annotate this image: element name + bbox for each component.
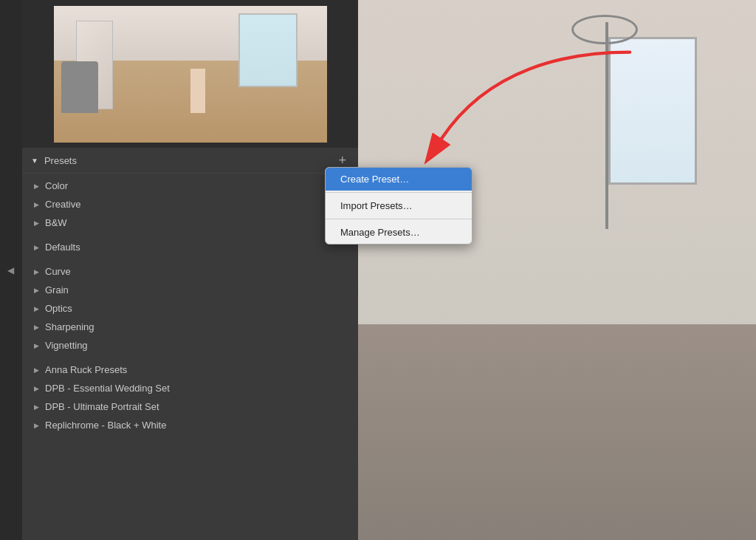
- photo-lamp-pole: [605, 22, 608, 229]
- preset-arrow-icon: ▶: [34, 268, 39, 276]
- person-legs: [190, 69, 205, 113]
- presets-panel: ▼ Presets + ▶ Color ▶ Creative ▶ B&W: [22, 0, 358, 540]
- preset-item-anna-ruck[interactable]: ▶ Anna Ruck Presets: [22, 360, 358, 379]
- menu-divider: [326, 192, 472, 193]
- preset-label: B&W: [45, 217, 67, 228]
- room-window: [238, 13, 298, 87]
- preset-item-defaults[interactable]: ▶ Defaults: [22, 238, 358, 256]
- preset-label: Defaults: [45, 242, 80, 253]
- preset-arrow-icon: ▶: [34, 342, 39, 349]
- thumbnail-image: [54, 6, 327, 143]
- preset-label: Curve: [45, 266, 71, 277]
- preset-item-color[interactable]: ▶ Color: [22, 177, 358, 195]
- preset-arrow-icon: ▶: [34, 182, 39, 190]
- photo-lamp-top: [571, 15, 638, 44]
- preset-item-dpb-wedding[interactable]: ▶ DPB - Essential Wedding Set: [22, 379, 358, 397]
- presets-title: Presets: [44, 155, 336, 166]
- group-separator: [22, 355, 358, 360]
- preset-arrow-icon: ▶: [34, 201, 39, 208]
- preset-label: Grain: [45, 284, 69, 295]
- preset-label: Optics: [45, 303, 72, 314]
- preset-arrow-icon: ▶: [34, 219, 39, 227]
- preset-label: Color: [45, 180, 68, 191]
- preset-arrow-icon: ▶: [34, 403, 39, 411]
- preset-label: Replichrome - Black + White: [45, 420, 166, 431]
- preset-item-sharpening[interactable]: ▶ Sharpening: [22, 318, 358, 336]
- group-separator: [22, 232, 358, 238]
- sidebar-collapse[interactable]: ◀: [0, 0, 22, 540]
- preset-label: Anna Ruck Presets: [45, 364, 127, 375]
- preset-item-curve[interactable]: ▶ Curve: [22, 262, 358, 281]
- preset-item-grain[interactable]: ▶ Grain: [22, 281, 358, 299]
- preset-arrow-icon: ▶: [34, 324, 39, 331]
- menu-divider: [326, 219, 472, 219]
- photo-window: [608, 37, 697, 185]
- preset-item-creative[interactable]: ▶ Creative: [22, 195, 358, 213]
- preset-label: DPB - Ultimate Portrait Set: [45, 401, 159, 412]
- context-menu: Create Preset… Import Presets… Manage Pr…: [325, 167, 472, 245]
- preset-item-bw[interactable]: ▶ B&W: [22, 213, 358, 232]
- import-presets-menu-item[interactable]: Import Presets…: [326, 194, 472, 217]
- room-photo: [358, 0, 756, 540]
- preset-label: Creative: [45, 199, 80, 210]
- preset-item-optics[interactable]: ▶ Optics: [22, 299, 358, 318]
- preset-label: Sharpening: [45, 321, 94, 332]
- collapse-arrow-icon: ◀: [6, 265, 16, 276]
- presets-header: ▼ Presets +: [22, 148, 358, 174]
- presets-add-button[interactable]: +: [335, 154, 349, 167]
- preset-item-vignetting[interactable]: ▶ Vignetting: [22, 336, 358, 355]
- preset-label: Vignetting: [45, 340, 88, 351]
- preset-arrow-icon: ▶: [34, 287, 39, 294]
- preset-arrow-icon: ▶: [34, 244, 39, 251]
- preset-item-replichrome[interactable]: ▶ Replichrome - Black + White: [22, 416, 358, 434]
- preset-arrow-icon: ▶: [34, 385, 39, 392]
- main-area: ▼ Presets + ▶ Color ▶ Creative ▶ B&W: [22, 0, 756, 540]
- preset-item-dpb-portrait[interactable]: ▶ DPB - Ultimate Portrait Set: [22, 397, 358, 416]
- thumbnail-area: [22, 0, 358, 148]
- group-separator: [22, 256, 358, 262]
- photo-area: [358, 0, 756, 540]
- preset-arrow-icon: ▶: [34, 422, 39, 429]
- preset-label: DPB - Essential Wedding Set: [45, 383, 170, 394]
- preset-arrow-icon: ▶: [34, 366, 39, 374]
- manage-presets-menu-item[interactable]: Manage Presets…: [326, 221, 472, 244]
- context-menu-overlay: Create Preset… Import Presets… Manage Pr…: [325, 167, 472, 245]
- photo-floor: [358, 324, 756, 540]
- presets-expand-icon: ▼: [31, 157, 38, 165]
- create-preset-menu-item[interactable]: Create Preset…: [326, 168, 472, 191]
- chair-object: [61, 61, 98, 113]
- preset-arrow-icon: ▶: [34, 305, 39, 312]
- presets-list: ▶ Color ▶ Creative ▶ B&W ▶ Defaults: [22, 174, 358, 540]
